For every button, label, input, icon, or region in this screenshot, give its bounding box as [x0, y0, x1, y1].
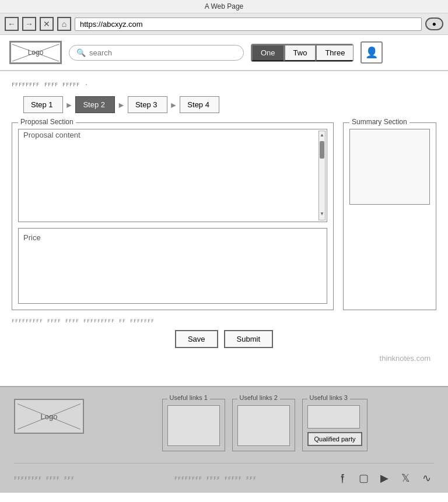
social-icons: 𝔣 ▢ ▶ 𝕏 ∿ — [335, 471, 434, 486]
scroll-up-icon: ▲ — [320, 132, 324, 138]
proposal-content-box[interactable]: Proposal content ▲ ▼ — [18, 129, 327, 222]
qualified-party-button[interactable]: Qualified party — [307, 432, 363, 446]
step-2[interactable]: Step 2 — [75, 96, 115, 113]
form-area: Proposal Section Proposal content ▲ ▼ Pr… — [12, 122, 436, 310]
header-logo: Logo — [9, 41, 62, 64]
step-chevron-2: ► — [115, 100, 128, 110]
submit-button[interactable]: Submit — [224, 330, 273, 348]
useful-links-group: Useful links 1 Useful links 2 Useful lin… — [96, 399, 434, 451]
footer-text-2: ꜰꜰꜰꜰꜰꜰꜰꜰ ꜰꜰꜰꜰ ꜰꜰꜰꜰꜰ ꜰꜰꜰ — [174, 475, 323, 482]
price-label: Price — [23, 233, 41, 242]
breadcrumb: ꜰꜰꜰꜰꜰꜰꜰꜰ ꜰꜰꜰꜰ ꜰꜰꜰꜰꜰ · — [12, 80, 436, 88]
useful-links-col-1: Useful links 1 — [162, 399, 225, 451]
address-bar[interactable] — [75, 17, 422, 31]
useful-links-col-3: Useful links 3 Qualified party — [302, 399, 368, 451]
useful-links-3-legend: Useful links 3 — [307, 394, 350, 401]
browser-search-button[interactable]: ● — [425, 17, 443, 30]
useful-links-2-legend: Useful links 2 — [237, 394, 280, 401]
header-search-box[interactable]: 🔍 — [69, 45, 244, 61]
footer-bottom: ꜰꜰꜰꜰꜰꜰꜰꜰ ꜰꜰꜰꜰ ꜰꜰꜰ ꜰꜰꜰꜰꜰꜰꜰꜰ ꜰꜰꜰꜰ ꜰꜰꜰꜰꜰ ꜰꜰ… — [14, 463, 434, 493]
youtube-icon[interactable]: ▶ — [377, 471, 392, 486]
browser-title-bar: A Web Page — [0, 0, 448, 13]
useful-links-col-2: Useful links 2 — [232, 399, 295, 451]
nav-tabs: One Two Three — [251, 44, 354, 62]
facebook-icon[interactable]: 𝔣 — [335, 471, 350, 486]
stepper: Step 1 ► Step 2 ► Step 3 ► Step 4 — [12, 96, 436, 113]
footer-logo-text: Logo — [41, 412, 58, 421]
step-chevron-1: ► — [63, 100, 76, 110]
price-box[interactable]: Price — [18, 228, 327, 304]
useful-link-box-2[interactable] — [237, 405, 290, 446]
footer-logo: Logo — [14, 399, 84, 434]
instagram-icon[interactable]: ▢ — [356, 471, 371, 486]
rss-icon[interactable]: ∿ — [419, 471, 434, 486]
scroll-down-icon: ▼ — [320, 211, 324, 216]
forward-button[interactable]: → — [22, 17, 36, 31]
proposal-section-legend: Proposal Section — [18, 118, 76, 126]
step-3[interactable]: Step 3 — [128, 96, 167, 113]
user-avatar[interactable]: 👤 — [360, 41, 383, 64]
action-buttons: Save Submit — [12, 330, 436, 348]
summary-box — [349, 129, 430, 205]
useful-link-box-1[interactable] — [167, 405, 220, 446]
page-title: A Web Page — [205, 2, 244, 10]
twitter-icon[interactable]: 𝕏 — [398, 471, 413, 486]
form-note: ꜰꜰꜰꜰꜰꜰꜰꜰꜰ ꜰꜰꜰꜰ ꜰꜰꜰꜰ ꜰꜰꜰꜰꜰꜰꜰꜰꜰ ꜰꜰ ꜰꜰꜰꜰꜰꜰꜰ — [12, 317, 436, 324]
step-chevron-3: ► — [167, 100, 180, 110]
nav-tab-three[interactable]: Three — [316, 44, 353, 61]
search-input[interactable] — [89, 48, 236, 57]
watermark: thinknotes.com — [12, 354, 436, 363]
summary-section: Summary Section — [343, 122, 436, 310]
proposal-content-placeholder: Proposal content — [19, 129, 85, 143]
nav-tab-two[interactable]: Two — [284, 44, 316, 61]
main-content: ꜰꜰꜰꜰꜰꜰꜰꜰ ꜰꜰꜰꜰ ꜰꜰꜰꜰꜰ · Step 1 ► Step 2 ► … — [0, 71, 448, 386]
search-icon: 🔍 — [76, 48, 86, 57]
step-1[interactable]: Step 1 — [23, 96, 63, 113]
footer-text-1: ꜰꜰꜰꜰꜰꜰꜰꜰ ꜰꜰꜰꜰ ꜰꜰꜰ — [14, 475, 163, 482]
browser-toolbar: ← → ✕ ⌂ ● — [0, 13, 448, 35]
useful-links-1-legend: Useful links 1 — [167, 394, 210, 401]
logo-text: Logo — [28, 48, 44, 57]
page-header: Logo 🔍 One Two Three 👤 — [0, 35, 448, 71]
useful-link-box-3-sm[interactable] — [307, 405, 360, 429]
back-button[interactable]: ← — [5, 17, 19, 31]
footer-top: Logo Useful links 1 Useful links 2 Usefu… — [14, 399, 434, 463]
scroll-thumb[interactable] — [320, 141, 324, 159]
proposal-section: Proposal Section Proposal content ▲ ▼ Pr… — [12, 122, 334, 310]
close-button[interactable]: ✕ — [40, 17, 54, 31]
save-button[interactable]: Save — [175, 330, 218, 348]
summary-section-legend: Summary Section — [349, 118, 410, 126]
step-4[interactable]: Step 4 — [180, 96, 219, 113]
scrollbar[interactable]: ▲ ▼ — [318, 131, 326, 220]
home-button[interactable]: ⌂ — [57, 17, 71, 31]
nav-tab-one[interactable]: One — [251, 44, 284, 61]
page-footer: Logo Useful links 1 Useful links 2 Usefu… — [0, 386, 448, 493]
